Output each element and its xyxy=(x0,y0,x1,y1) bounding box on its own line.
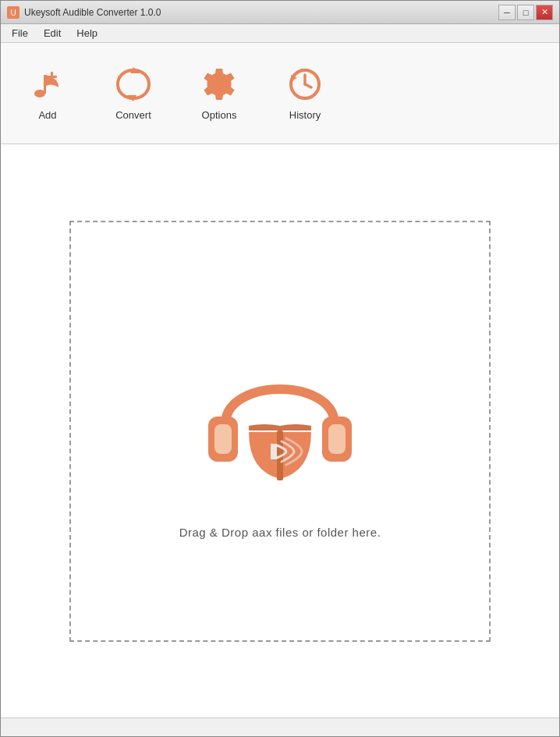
svg-text:U: U xyxy=(10,9,16,17)
minimize-button[interactable]: ─ xyxy=(498,5,516,20)
title-bar-buttons: ─ □ ✕ xyxy=(498,5,553,20)
add-icon xyxy=(29,66,66,103)
drop-zone-icon xyxy=(186,323,374,510)
convert-icon xyxy=(115,66,152,103)
menu-file[interactable]: File xyxy=(4,26,36,41)
history-icon xyxy=(286,66,324,103)
menu-edit[interactable]: Edit xyxy=(36,26,69,41)
menu-help[interactable]: Help xyxy=(69,26,105,41)
svg-rect-15 xyxy=(328,424,346,454)
svg-rect-5 xyxy=(46,76,57,78)
close-button[interactable]: ✕ xyxy=(536,5,553,20)
title-bar-left: U Ukeysoft Audible Converter 1.0.0 xyxy=(7,6,161,19)
svg-point-2 xyxy=(34,90,45,97)
svg-rect-3 xyxy=(44,75,46,94)
convert-label: Convert xyxy=(115,109,151,121)
main-content: Drag & Drop aax files or folder here. xyxy=(1,144,559,718)
add-button[interactable]: Add xyxy=(16,59,79,127)
maximize-button[interactable]: □ xyxy=(517,5,534,20)
status-bar xyxy=(1,718,559,736)
menu-bar: File Edit Help xyxy=(1,24,559,43)
app-icon: U xyxy=(7,6,19,19)
app-window: U Ukeysoft Audible Converter 1.0.0 ─ □ ✕… xyxy=(0,0,560,737)
history-label: History xyxy=(289,109,321,121)
svg-marker-17 xyxy=(271,444,277,459)
history-button[interactable]: History xyxy=(274,59,336,127)
options-label: Options xyxy=(202,109,237,121)
options-icon xyxy=(200,66,238,103)
svg-rect-13 xyxy=(214,424,232,454)
title-bar: U Ukeysoft Audible Converter 1.0.0 ─ □ ✕ xyxy=(1,1,559,24)
convert-button[interactable]: Convert xyxy=(102,59,165,127)
drop-zone-text: Drag & Drop aax files or folder here. xyxy=(179,526,381,539)
add-label: Add xyxy=(38,109,56,121)
svg-line-10 xyxy=(305,84,311,87)
drop-zone[interactable]: Drag & Drop aax files or folder here. xyxy=(69,221,491,642)
options-button[interactable]: Options xyxy=(188,59,250,127)
window-title: Ukeysoft Audible Converter 1.0.0 xyxy=(24,7,161,18)
toolbar: Add Convert xyxy=(1,43,559,144)
